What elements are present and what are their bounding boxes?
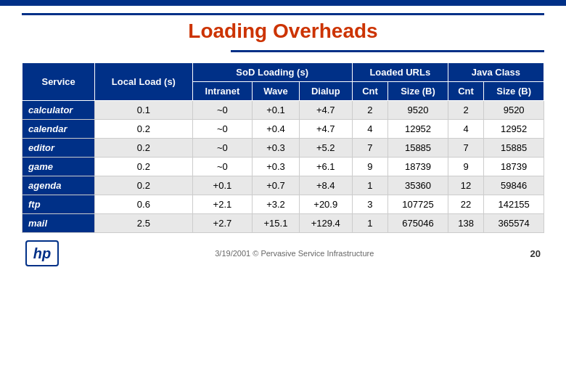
cell-wave: +0.7 [253, 176, 300, 195]
table-row: calculator0.1~0+0.1+4.72952029520 [22, 101, 544, 120]
th-local-load: Local Load (s) [95, 63, 192, 101]
title-line-bottom [231, 50, 544, 52]
th-size-b: Size (B) [388, 82, 448, 101]
th-sod-loading: SoD Loading (s) [192, 63, 352, 82]
cell-cnt2: 2 [448, 101, 483, 120]
table-row: agenda0.2+0.1+0.7+8.41353601259846 [22, 176, 544, 195]
cell-size_b2: 365574 [484, 214, 544, 233]
table-row: editor0.2~0+0.3+5.2715885715885 [22, 139, 544, 158]
cell-intranet: ~0 [192, 158, 253, 176]
cell-intranet: ~0 [192, 101, 253, 120]
cell-cnt: 7 [352, 139, 387, 158]
cell-service: calendar [22, 120, 95, 139]
cell-local_load: 0.2 [95, 176, 192, 195]
hp-logo: hp [25, 240, 59, 266]
cell-local_load: 0.2 [95, 158, 192, 176]
th-cnt: Cnt [352, 82, 387, 101]
cell-wave: +3.2 [253, 195, 300, 214]
cell-size_b: 9520 [388, 101, 448, 120]
th-loaded-urls: Loaded URLs [352, 63, 448, 82]
cell-size_b: 35360 [388, 176, 448, 195]
table-row: calendar0.2~0+0.4+4.7412952412952 [22, 120, 544, 139]
table-row: ftp0.6+2.1+3.2+20.9310772522142155 [22, 195, 544, 214]
cell-cnt: 4 [352, 120, 387, 139]
cell-wave: +0.3 [253, 139, 300, 158]
cell-cnt: 9 [352, 158, 387, 176]
footer-text: 3/19/2001 © Pervasive Service Infrastruc… [59, 249, 530, 258]
cell-local_load: 0.2 [95, 120, 192, 139]
cell-cnt2: 4 [448, 120, 483, 139]
cell-cnt2: 138 [448, 214, 483, 233]
cell-cnt: 1 [352, 176, 387, 195]
cell-intranet: ~0 [192, 139, 253, 158]
cell-size_b2: 59846 [484, 176, 544, 195]
cell-cnt2: 22 [448, 195, 483, 214]
cell-size_b2: 142155 [484, 195, 544, 214]
cell-local_load: 0.1 [95, 101, 192, 120]
cell-intranet: +2.1 [192, 195, 253, 214]
cell-service: ftp [22, 195, 95, 214]
cell-service: editor [22, 139, 95, 158]
cell-size_b: 15885 [388, 139, 448, 158]
footer: hp 3/19/2001 © Pervasive Service Infrast… [22, 240, 544, 266]
th-dialup: Dialup [299, 82, 352, 101]
cell-intranet: +2.7 [192, 214, 253, 233]
cell-dialup: +5.2 [299, 139, 352, 158]
cell-size_b: 18739 [388, 158, 448, 176]
cell-cnt: 3 [352, 195, 387, 214]
th-wave: Wave [253, 82, 300, 101]
cell-dialup: +129.4 [299, 214, 352, 233]
cell-local_load: 0.2 [95, 139, 192, 158]
cell-local_load: 2.5 [95, 214, 192, 233]
cell-cnt2: 9 [448, 158, 483, 176]
top-bar [0, 0, 566, 6]
cell-cnt: 1 [352, 214, 387, 233]
th-service: Service [22, 63, 95, 101]
cell-wave: +0.4 [253, 120, 300, 139]
cell-dialup: +4.7 [299, 101, 352, 120]
page-container: Loading Overheads Service Local Load (s)… [0, 6, 566, 274]
page-title: Loading Overheads [22, 20, 544, 43]
th-cnt2: Cnt [448, 82, 483, 101]
footer-page: 20 [530, 248, 541, 259]
cell-size_b2: 18739 [484, 158, 544, 176]
cell-size_b: 107725 [388, 195, 448, 214]
cell-service: calculator [22, 101, 95, 120]
cell-service: mail [22, 214, 95, 233]
cell-dialup: +4.7 [299, 120, 352, 139]
th-java-class: Java Class [448, 63, 544, 82]
cell-dialup: +8.4 [299, 176, 352, 195]
th-intranet: Intranet [192, 82, 253, 101]
th-size-b2: Size (B) [484, 82, 544, 101]
cell-service: game [22, 158, 95, 176]
cell-local_load: 0.6 [95, 195, 192, 214]
table-body: calculator0.1~0+0.1+4.72952029520calenda… [22, 101, 544, 233]
cell-cnt2: 7 [448, 139, 483, 158]
table-header-row-1: Service Local Load (s) SoD Loading (s) L… [22, 63, 544, 82]
cell-size_b2: 15885 [484, 139, 544, 158]
cell-cnt2: 12 [448, 176, 483, 195]
cell-cnt: 2 [352, 101, 387, 120]
cell-size_b2: 9520 [484, 101, 544, 120]
cell-dialup: +20.9 [299, 195, 352, 214]
cell-dialup: +6.1 [299, 158, 352, 176]
cell-wave: +0.3 [253, 158, 300, 176]
cell-wave: +0.1 [253, 101, 300, 120]
cell-wave: +15.1 [253, 214, 300, 233]
cell-intranet: ~0 [192, 120, 253, 139]
title-line-top [22, 13, 544, 15]
cell-size_b: 12952 [388, 120, 448, 139]
cell-intranet: +0.1 [192, 176, 253, 195]
title-section: Loading Overheads [22, 13, 544, 52]
cell-size_b2: 12952 [484, 120, 544, 139]
table-row: mail2.5+2.7+15.1+129.41675046138365574 [22, 214, 544, 233]
cell-size_b: 675046 [388, 214, 448, 233]
table-row: game0.2~0+0.3+6.1918739918739 [22, 158, 544, 176]
cell-service: agenda [22, 176, 95, 195]
data-table: Service Local Load (s) SoD Loading (s) L… [22, 62, 544, 233]
